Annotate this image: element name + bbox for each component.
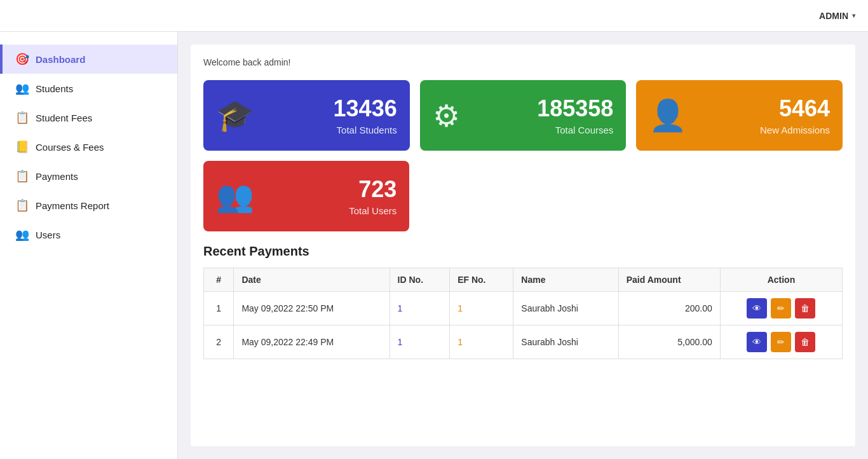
col-date: Date (234, 268, 390, 292)
courses-icon: ⚙ (433, 98, 460, 134)
sidebar-item-label-students: Students (36, 83, 73, 94)
stat-card-total-students: 🎓 13436 Total Students (203, 80, 410, 151)
courses-fees-icon: 📒 (15, 140, 29, 154)
delete-button[interactable]: 🗑 (795, 332, 815, 352)
sidebar-item-courses-fees[interactable]: 📒 Courses & Fees (0, 132, 177, 161)
content-area: Welcome back admin! 🎓 13436 Total Studen… (178, 32, 868, 459)
cell-name: Saurabh Joshi (513, 292, 618, 325)
col-ef-no: EF No. (450, 268, 513, 292)
cell-paid-amount: 200.00 (618, 292, 720, 325)
students-icon: 👥 (15, 81, 29, 95)
cell-date: May 09,2022 22:50 PM (234, 292, 390, 325)
cell-num: 2 (204, 325, 234, 359)
sidebar-item-label-payments-report: Payments Report (36, 200, 109, 211)
payments-report-icon: 📋 (15, 198, 29, 212)
main-layout: 🎯 Dashboard 👥 Students 📋 Student Fees 📒 … (0, 32, 868, 459)
sidebar-item-payments[interactable]: 📋 Payments (0, 161, 177, 191)
cards-row-2: 👥 723 Total Users (203, 161, 843, 231)
cell-ef-no: 1 (450, 325, 513, 359)
chevron-down-icon: ▾ (852, 12, 855, 19)
users-icon: 👥 (15, 228, 29, 242)
sidebar-item-dashboard[interactable]: 🎯 Dashboard (0, 45, 177, 74)
cell-id-no: 1 (390, 325, 450, 359)
stat-card-info-courses: 185358 Total Courses (473, 95, 614, 135)
sidebar-item-label-student-fees: Student Fees (36, 113, 92, 123)
cell-date: May 09,2022 22:49 PM (234, 325, 390, 359)
sidebar-item-students[interactable]: 👥 Students (0, 74, 177, 103)
stat-card-info-students: 13436 Total Students (267, 95, 397, 135)
stat-card-total-courses: ⚙ 185358 Total Courses (420, 80, 627, 151)
sidebar-item-payments-report[interactable]: 📋 Payments Report (0, 191, 177, 220)
sidebar-item-label-payments: Payments (36, 171, 78, 182)
cell-action: 👁 ✏ 🗑 (720, 292, 842, 325)
new-admissions-number: 5464 (700, 95, 830, 122)
view-button[interactable]: 👁 (747, 298, 767, 319)
total-students-number: 13436 (267, 95, 397, 122)
dashboard-icon: 🎯 (15, 52, 29, 66)
sidebar-item-student-fees[interactable]: 📋 Student Fees (0, 103, 177, 132)
stat-card-info-admissions: 5464 New Admissions (700, 95, 830, 135)
new-admissions-label: New Admissions (700, 125, 830, 135)
graduation-cap-icon: 🎓 (216, 98, 254, 134)
student-fees-icon: 📋 (15, 111, 29, 125)
new-admissions-icon: 👤 (649, 98, 687, 134)
payments-icon: 📋 (15, 169, 29, 183)
delete-button[interactable]: 🗑 (795, 298, 815, 319)
recent-payments-title: Recent Payments (203, 244, 843, 259)
total-students-label: Total Students (267, 125, 397, 135)
stat-card-total-users: 👥 723 Total Users (203, 161, 409, 231)
cell-action: 👁 ✏ 🗑 (720, 325, 842, 359)
sidebar-item-label-users: Users (36, 230, 60, 240)
admin-label: ADMIN (819, 11, 848, 21)
cell-paid-amount: 5,000.00 (618, 325, 720, 359)
users-group-icon: 👥 (216, 179, 254, 214)
cell-ef-no: 1 (450, 292, 513, 325)
sidebar-item-users[interactable]: 👥 Users (0, 220, 177, 249)
total-courses-label: Total Courses (473, 125, 614, 135)
payments-table: # Date ID No. EF No. Name Paid Amount Ac… (203, 268, 843, 359)
sidebar-item-label-courses-fees: Courses & Fees (36, 142, 104, 153)
col-id-no: ID No. (390, 268, 450, 292)
stat-card-info-users: 723 Total Users (267, 176, 397, 216)
welcome-text: Welcome back admin! (203, 57, 843, 67)
col-paid-amount: Paid Amount (618, 268, 720, 292)
edit-button[interactable]: ✏ (771, 298, 791, 319)
cell-num: 1 (204, 292, 234, 325)
total-users-number: 723 (267, 176, 397, 203)
cards-row-1: 🎓 13436 Total Students ⚙ 185358 Total Co… (203, 80, 843, 151)
topbar: ADMIN ▾ (0, 0, 868, 32)
col-num: # (204, 268, 234, 292)
admin-dropdown[interactable]: ADMIN ▾ (819, 11, 855, 21)
sidebar-item-label-dashboard: Dashboard (36, 54, 85, 65)
cell-name: Saurabh Joshi (513, 325, 618, 359)
content-inner: Welcome back admin! 🎓 13436 Total Studen… (191, 45, 855, 446)
col-name: Name (513, 268, 618, 292)
table-row: 2 May 09,2022 22:49 PM 1 1 Saurabh Joshi… (204, 325, 843, 359)
cell-id-no: 1 (390, 292, 450, 325)
col-action: Action (720, 268, 842, 292)
total-users-label: Total Users (267, 205, 397, 216)
total-courses-number: 185358 (473, 95, 614, 122)
table-row: 1 May 09,2022 22:50 PM 1 1 Saurabh Joshi… (204, 292, 843, 325)
sidebar: 🎯 Dashboard 👥 Students 📋 Student Fees 📒 … (0, 32, 178, 459)
stat-card-new-admissions: 👤 5464 New Admissions (636, 80, 843, 151)
edit-button[interactable]: ✏ (771, 332, 791, 352)
view-button[interactable]: 👁 (747, 332, 767, 352)
